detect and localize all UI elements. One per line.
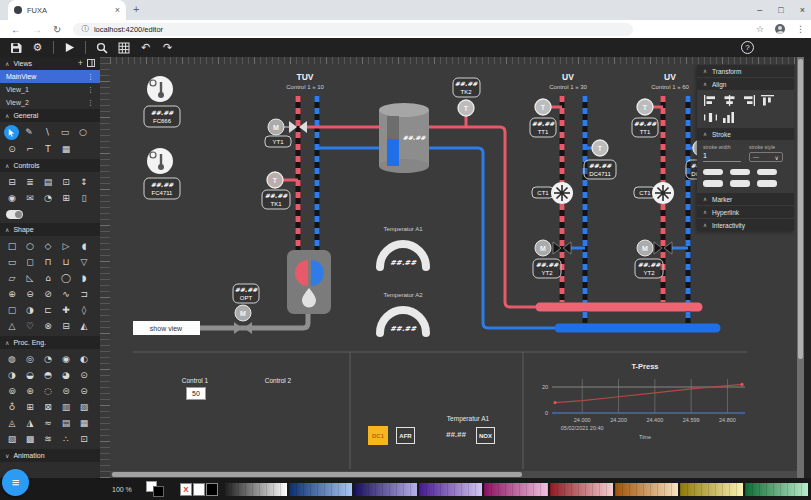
window-close-button[interactable]: × <box>800 5 805 15</box>
stroke-width-input[interactable]: 1 <box>703 152 741 162</box>
general-tool-icon[interactable]: ✎ <box>20 124 38 140</box>
shape-tool-icon[interactable]: ◑ <box>21 302 39 318</box>
stroke-preset-button[interactable] <box>703 180 723 187</box>
proc-tool-icon[interactable]: ◬ <box>3 415 21 431</box>
sensor-fc4711[interactable]: ##.## FC4711 <box>144 148 180 199</box>
gauge-temperatur-a2[interactable]: Temperatur A2 ##.## <box>380 292 426 333</box>
shape-tool-icon[interactable]: ◖ <box>75 238 93 254</box>
vertical-scrollbar[interactable] <box>797 57 804 478</box>
general-tool-icon[interactable]: ○ <box>74 124 92 140</box>
proc-tool-icon[interactable]: ≋ <box>39 431 57 447</box>
shape-tool-icon[interactable]: ▱ <box>3 270 21 286</box>
shape-tool-icon[interactable]: ⊔ <box>57 254 75 270</box>
controls-tool-icon[interactable]: ▤ <box>39 174 57 190</box>
horizontal-scrollbar[interactable] <box>110 471 797 478</box>
browser-menu-icon[interactable]: ⋮ <box>796 24 805 34</box>
browser-tab[interactable]: FUXA × <box>8 0 126 20</box>
shape-tool-icon[interactable]: ✚ <box>57 302 75 318</box>
palette-gradient[interactable] <box>484 483 547 496</box>
white-swatch[interactable] <box>193 483 205 496</box>
align-section-header[interactable]: ∧ Align <box>697 78 794 90</box>
general-tool-icon[interactable]: ⊙ <box>3 141 21 157</box>
site-info-icon[interactable]: ⓘ <box>81 24 89 34</box>
kebab-menu-icon[interactable]: ⋮ <box>87 86 94 94</box>
stroke-preset-button[interactable] <box>703 169 723 175</box>
save-icon[interactable] <box>9 41 22 54</box>
motor-valve-yt1[interactable]: M YT1 <box>265 119 307 147</box>
palette-gradient[interactable] <box>615 483 678 496</box>
fan-ct1-uv1[interactable]: CT1 <box>532 182 573 204</box>
shape-tool-icon[interactable]: ⊕ <box>3 286 21 302</box>
general-tool-icon[interactable]: ∖ <box>38 124 56 140</box>
controls-tool-icon[interactable]: ≣ <box>21 174 39 190</box>
control1-value-box[interactable]: 50 <box>186 387 206 400</box>
shape-tool-icon[interactable]: ⊖ <box>21 286 39 302</box>
shape-tool-icon[interactable]: ⌂ <box>39 270 57 286</box>
back-icon[interactable]: ← <box>11 24 21 35</box>
shape-tool-icon[interactable]: ⊐ <box>75 286 93 302</box>
controls-tool-icon[interactable]: ⊞ <box>57 190 75 206</box>
profile-avatar[interactable] <box>775 24 785 34</box>
shape-tool-icon[interactable]: △ <box>3 318 21 334</box>
proc-tool-icon[interactable]: ▦ <box>75 415 93 431</box>
proc-tool-icon[interactable]: ◕ <box>57 367 75 383</box>
shape-tool-icon[interactable]: ⊏ <box>39 302 57 318</box>
sensor-tt1-uv1[interactable]: T ##.## TT1 <box>530 99 562 137</box>
black-swatch[interactable] <box>206 483 218 496</box>
sidebar-item-mainview[interactable]: MainView ⋮ <box>0 70 100 83</box>
general-section-header[interactable]: ∧ General <box>0 109 100 122</box>
settings-gear-icon[interactable]: ⚙ <box>31 41 44 54</box>
shape-tool-icon[interactable]: ♡ <box>21 318 39 334</box>
sidebar-item-view2[interactable]: View_2 ⋮ <box>0 96 100 109</box>
stroke-section-header[interactable]: ∧ Stroke <box>697 128 794 140</box>
views-section-header[interactable]: ∧ Views + <box>0 57 100 70</box>
proc-tool-icon[interactable]: ▩ <box>21 431 39 447</box>
stroke-preset-button[interactable] <box>757 169 777 175</box>
proc-tool-icon[interactable]: ◍ <box>3 351 21 367</box>
interactivity-section-header[interactable]: ∧ Interactivity <box>697 219 794 231</box>
shape-tool-icon[interactable]: ◊ <box>75 302 93 318</box>
proc-tool-icon[interactable]: ◑ <box>3 367 21 383</box>
proc-tool-icon[interactable]: ◉ <box>57 351 75 367</box>
proc-tool-icon[interactable]: ⊙ <box>75 367 93 383</box>
shape-tool-icon[interactable]: ⊟ <box>57 318 75 334</box>
palette-gradient[interactable] <box>289 483 352 496</box>
proc-tool-icon[interactable]: ⊞ <box>21 399 39 415</box>
redo-icon[interactable]: ↷ <box>161 41 174 54</box>
animation-section-header[interactable]: ∨ Animation <box>0 449 100 462</box>
proc-tool-icon[interactable]: ⊚ <box>3 383 21 399</box>
forward-icon[interactable]: → <box>32 24 42 35</box>
proc-tool-icon[interactable]: ♁ <box>3 399 21 415</box>
proc-tool-icon[interactable]: ◎ <box>21 351 39 367</box>
play-icon[interactable] <box>63 41 76 54</box>
shape-tool-icon[interactable]: ▢ <box>3 302 21 318</box>
shape-tool-icon[interactable]: □ <box>3 238 21 254</box>
stroke-color-swatch[interactable] <box>153 486 164 497</box>
proc-tool-icon[interactable]: ⊡ <box>75 431 93 447</box>
shape-tool-icon[interactable]: ⊘ <box>39 286 57 302</box>
zoom-tool-icon[interactable] <box>95 41 108 54</box>
align-left-icon[interactable] <box>704 95 717 106</box>
align-bottom-bars-icon[interactable] <box>723 112 736 123</box>
proc-tool-icon[interactable]: ⊝ <box>75 383 93 399</box>
palette-gradient[interactable] <box>224 483 287 496</box>
palette-gradient[interactable] <box>550 483 613 496</box>
shape-tool-icon[interactable]: ▭ <box>3 254 21 270</box>
gauge-temperatur-a1[interactable]: Temperatur A1 ##.## <box>380 226 426 267</box>
view-panel-icon[interactable] <box>87 59 95 69</box>
help-icon[interactable]: ? <box>741 41 754 54</box>
pointer-tool-icon[interactable] <box>4 125 19 140</box>
controls-tool-icon[interactable]: ▯ <box>75 190 93 206</box>
t-press-chart[interactable]: T-Press24.00024.20024.40024.59924.800020… <box>542 362 745 440</box>
pipe-grey[interactable] <box>200 314 308 328</box>
proc-tool-icon[interactable]: ◮ <box>21 415 39 431</box>
proc-tool-icon[interactable]: ∴ <box>57 431 75 447</box>
kebab-menu-icon[interactable]: ⋮ <box>87 73 94 81</box>
sensor-dc4711-uv1[interactable]: T ##.## DC4711 <box>584 140 616 179</box>
dc1-button[interactable]: DC1 <box>368 426 388 445</box>
controls-tool-icon[interactable]: ◉ <box>3 190 21 206</box>
shape-section-header[interactable]: ∧ Shape <box>0 223 100 236</box>
new-tab-button[interactable]: + <box>133 3 139 15</box>
afr-button[interactable]: AFR <box>396 427 415 444</box>
nox-button[interactable]: NOX <box>476 427 495 444</box>
